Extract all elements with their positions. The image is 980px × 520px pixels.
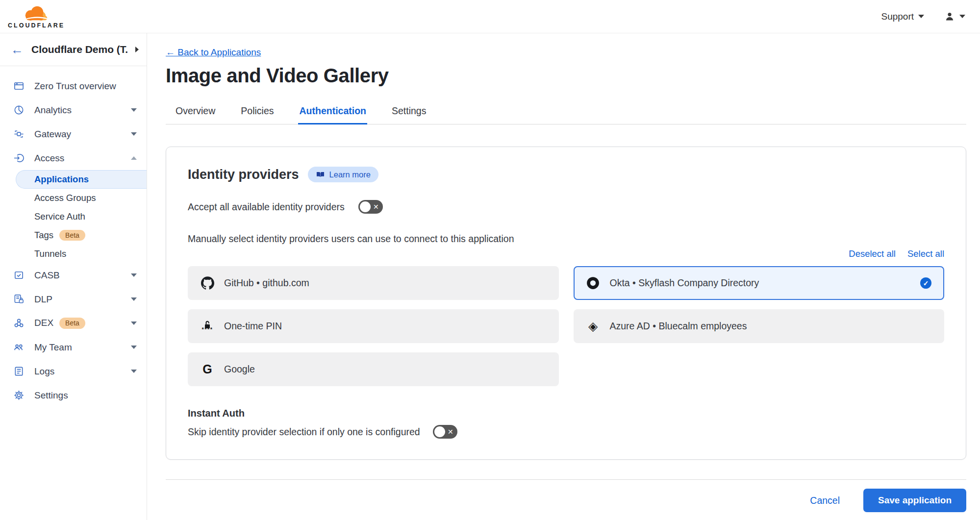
nav-label: Service Auth (34, 211, 85, 222)
okta-icon (586, 276, 600, 290)
chevron-right-icon[interactable] (135, 47, 139, 52)
sidebar-item-access[interactable]: Access (0, 146, 147, 170)
nav-label: Access Groups (34, 193, 96, 203)
nav-label: Applications (34, 174, 89, 185)
access-login-icon (13, 152, 25, 164)
sidebar-item-analytics[interactable]: Analytics (0, 98, 147, 122)
support-menu[interactable]: Support (881, 11, 924, 22)
tab-policies[interactable]: Policies (240, 100, 275, 124)
sidebar-item-casb[interactable]: CASB (0, 263, 147, 287)
sidebar-item-dex[interactable]: DEX Beta (0, 311, 147, 335)
sidebar-item-logs[interactable]: Logs (0, 359, 147, 383)
tab-settings[interactable]: Settings (391, 100, 427, 124)
back-arrow-icon[interactable]: ← (11, 43, 24, 56)
selected-check-icon: ✓ (920, 277, 931, 289)
nav-label: Analytics (34, 105, 72, 116)
chevron-down-icon[interactable] (131, 273, 137, 277)
learn-more-button[interactable]: Learn more (308, 167, 378, 182)
sidebar-item-dlp[interactable]: DLP (0, 287, 147, 311)
chevron-down-icon (959, 15, 965, 18)
back-to-applications-link[interactable]: ← Back to Applications (166, 47, 261, 58)
provider-label: Okta • Skyflash Company Directory (610, 277, 759, 289)
gateway-icon (13, 128, 25, 140)
provider-tile-google[interactable]: G Google (188, 352, 559, 386)
nav-label: Access (34, 153, 64, 164)
logs-document-icon (13, 366, 25, 377)
deselect-all-link[interactable]: Deselect all (849, 248, 896, 259)
beta-badge: Beta (59, 230, 85, 241)
chevron-down-icon[interactable] (131, 346, 137, 349)
nav-label: DEX (34, 318, 53, 328)
provider-tile-github[interactable]: GitHub • github.com (188, 266, 559, 300)
google-icon: G (201, 363, 214, 375)
nav-label: CASB (34, 270, 60, 281)
identity-providers-card: Identity providers Learn more Accept all… (166, 147, 966, 460)
topbar: CLOUDFLARE Support (0, 0, 980, 33)
chevron-down-icon (918, 15, 924, 18)
azure-ad-icon: ◈ (586, 320, 600, 332)
one-time-pin-icon: **** (201, 321, 214, 332)
nav-label: Logs (34, 366, 54, 377)
sidebar-item-zero-trust-overview[interactable]: Zero Trust overview (0, 74, 147, 98)
cloudflare-cloud-icon (21, 4, 51, 22)
sidebar-nav: Zero Trust overview Analytics (0, 66, 147, 407)
sidebar: ← Cloudflare Demo (T... Zero Trust overv… (0, 33, 147, 520)
sidebar-account-header: ← Cloudflare Demo (T... (0, 33, 147, 66)
nav-label: DLP (34, 294, 52, 305)
provider-tile-okta[interactable]: Okta • Skyflash Company Directory ✓ (574, 266, 945, 300)
chevron-down-icon[interactable] (131, 108, 137, 112)
tab-overview[interactable]: Overview (175, 100, 216, 124)
overview-window-icon (13, 80, 25, 92)
cloudflare-wordmark: CLOUDFLARE (8, 23, 65, 29)
sidebar-item-tunnels[interactable]: Tunnels (0, 245, 147, 263)
dlp-document-lock-icon (13, 294, 25, 305)
instant-auth-toggle[interactable]: ✕ (433, 425, 457, 439)
sidebar-item-tags[interactable]: Tags Beta (0, 226, 147, 245)
provider-label: One-time PIN (224, 321, 282, 332)
chevron-down-icon[interactable] (131, 322, 137, 325)
github-icon (201, 276, 214, 290)
nav-label: Tags (34, 230, 53, 241)
sidebar-item-applications[interactable]: Applications (16, 170, 147, 189)
manual-select-text: Manually select identity providers users… (188, 233, 944, 245)
sidebar-item-settings[interactable]: Settings (0, 383, 147, 407)
toggle-off-x-icon: ✕ (448, 428, 453, 435)
main-content: ← Back to Applications Image and Video G… (147, 33, 980, 520)
toggle-off-x-icon: ✕ (373, 203, 379, 210)
user-menu[interactable] (944, 11, 965, 23)
sidebar-item-my-team[interactable]: My Team (0, 335, 147, 359)
footer-divider (166, 479, 966, 480)
cloudflare-logo[interactable]: CLOUDFLARE (8, 4, 65, 29)
provider-tile-azure-ad[interactable]: ◈ Azure AD • Bluecalm employees (574, 309, 945, 343)
chevron-up-icon[interactable] (131, 156, 137, 160)
toggle-knob (360, 201, 371, 212)
book-icon (316, 170, 325, 179)
save-application-button[interactable]: Save application (863, 489, 966, 512)
select-all-link[interactable]: Select all (907, 248, 944, 259)
instant-auth-heading: Instant Auth (188, 408, 944, 419)
chevron-down-icon[interactable] (131, 132, 137, 136)
chevron-down-icon[interactable] (131, 297, 137, 301)
cancel-button[interactable]: Cancel (810, 495, 840, 506)
learn-more-label: Learn more (329, 170, 371, 179)
sidebar-item-access-groups[interactable]: Access Groups (0, 189, 147, 207)
nav-label: Zero Trust overview (34, 81, 116, 92)
chevron-down-icon[interactable] (131, 370, 137, 373)
provider-label: GitHub • github.com (224, 277, 309, 289)
provider-tile-one-time-pin[interactable]: **** One-time PIN (188, 309, 559, 343)
beta-badge: Beta (59, 318, 85, 329)
nav-label: My Team (34, 342, 72, 353)
accept-all-toggle[interactable]: ✕ (358, 200, 383, 214)
analytics-pie-icon (13, 104, 25, 116)
dex-cluster-icon (13, 318, 25, 329)
tab-bar: Overview Policies Authentication Setting… (166, 100, 966, 124)
otp-stars: **** (201, 327, 213, 332)
instant-auth-label: Skip identity provider selection if only… (188, 426, 420, 438)
sidebar-item-gateway[interactable]: Gateway (0, 122, 147, 146)
tab-authentication[interactable]: Authentication (298, 100, 367, 124)
sidebar-item-service-auth[interactable]: Service Auth (0, 207, 147, 226)
account-name[interactable]: Cloudflare Demo (T... (31, 44, 127, 55)
nav-label: Gateway (34, 129, 71, 140)
provider-label: Google (224, 364, 255, 375)
accept-all-label: Accept all available identity providers (188, 201, 345, 213)
